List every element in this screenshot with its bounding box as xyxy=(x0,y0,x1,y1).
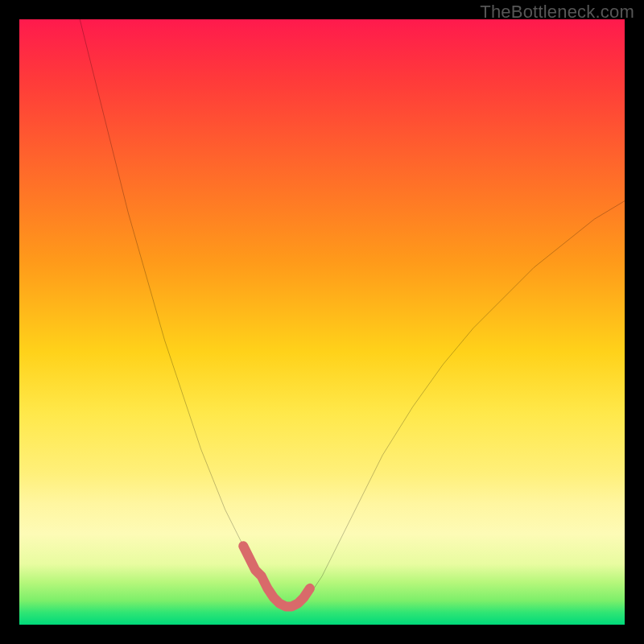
chart-frame: TheBottleneck.com xyxy=(0,0,644,644)
bottleneck-flat-zone-path xyxy=(243,546,310,606)
curve-layer xyxy=(19,19,625,625)
bottleneck-curve-path xyxy=(80,19,625,606)
plot-area xyxy=(19,19,625,625)
